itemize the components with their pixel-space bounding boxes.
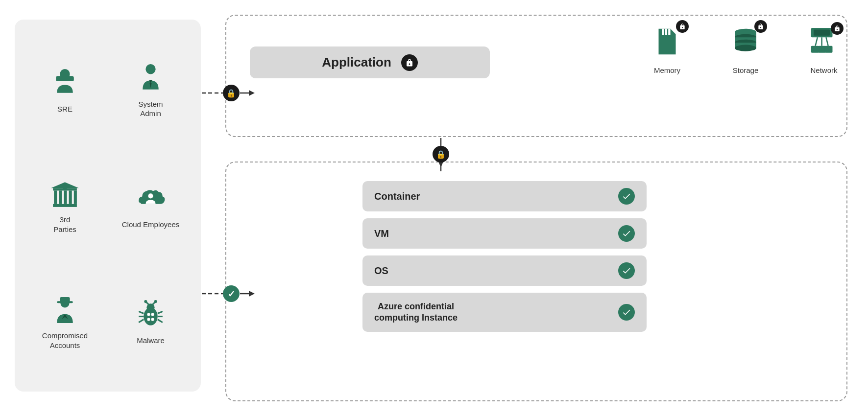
container-label: Container <box>374 191 420 202</box>
svg-line-26 <box>158 320 163 323</box>
container-check <box>618 188 635 205</box>
actors-panel: SRE SystemAdmin <box>15 20 201 392</box>
compromised-accounts-label: CompromisedAccounts <box>42 331 88 350</box>
system-admin-label: SystemAdmin <box>138 99 163 118</box>
svg-text:🔒: 🔒 <box>436 150 446 159</box>
resource-storage: Storage <box>726 22 765 74</box>
svg-line-43 <box>816 37 818 46</box>
svg-rect-32 <box>665 29 667 35</box>
svg-rect-2 <box>53 204 77 207</box>
resource-network: Network <box>804 22 844 74</box>
svg-rect-14 <box>60 297 70 302</box>
sre-icon <box>48 66 82 100</box>
os-row: OS <box>362 255 647 286</box>
os-label: OS <box>374 265 388 277</box>
svg-rect-33 <box>668 29 670 35</box>
svg-rect-8 <box>64 190 67 204</box>
third-parties-label: 3rdParties <box>53 215 76 234</box>
svg-point-28 <box>151 313 154 316</box>
sre-label: SRE <box>57 104 72 114</box>
memory-lock <box>676 20 689 33</box>
application-bar: Application <box>250 46 490 78</box>
vm-check <box>618 225 635 242</box>
container-row: Container <box>362 181 647 211</box>
actor-third-parties: 3rdParties <box>24 150 105 261</box>
infra-items: Container VM OS Azure confidentialcomput… <box>362 181 647 332</box>
svg-rect-46 <box>811 46 819 53</box>
azure-check <box>618 304 635 321</box>
cloud-employees-icon <box>134 182 168 216</box>
actor-cloud-employees: Cloud Employees <box>110 150 191 261</box>
svg-point-40 <box>735 45 756 51</box>
system-admin-icon <box>134 61 168 95</box>
spy-icon <box>48 293 82 327</box>
building-icon <box>48 177 82 211</box>
vm-row: VM <box>362 218 647 249</box>
application-label: Application <box>322 55 391 70</box>
bug-icon <box>134 298 168 332</box>
resource-memory: Memory <box>648 22 687 74</box>
svg-point-57 <box>433 146 449 162</box>
svg-point-20 <box>154 300 157 303</box>
svg-rect-9 <box>69 190 72 204</box>
svg-line-24 <box>158 312 163 314</box>
actor-sre: SRE <box>24 34 105 145</box>
memory-label: Memory <box>654 66 680 74</box>
svg-rect-42 <box>814 30 830 36</box>
svg-point-1 <box>145 64 155 74</box>
cloud-employees-label: Cloud Employees <box>122 220 180 230</box>
svg-rect-6 <box>54 190 57 204</box>
svg-rect-47 <box>818 46 826 53</box>
network-lock <box>831 22 844 35</box>
azure-label: Azure confidentialcomputing Instance <box>374 301 458 324</box>
os-check <box>618 262 635 279</box>
svg-point-11 <box>148 193 153 198</box>
actor-compromised-accounts: CompromisedAccounts <box>24 266 105 377</box>
svg-point-29 <box>147 318 150 321</box>
diagram-container: SRE SystemAdmin <box>0 0 868 417</box>
svg-rect-10 <box>74 190 77 204</box>
svg-point-18 <box>144 300 147 303</box>
malware-label: Malware <box>137 336 165 346</box>
svg-point-30 <box>151 318 154 321</box>
azure-row: Azure confidentialcomputing Instance <box>362 293 647 332</box>
resource-icons: Memory Storage <box>648 22 844 74</box>
svg-rect-7 <box>59 190 62 204</box>
svg-line-23 <box>139 320 144 323</box>
svg-marker-5 <box>51 182 79 188</box>
application-lock-badge <box>401 54 418 71</box>
svg-line-45 <box>826 37 828 46</box>
storage-label: Storage <box>733 66 759 74</box>
actor-malware: Malware <box>110 266 191 377</box>
vm-label: VM <box>374 228 389 239</box>
svg-rect-31 <box>662 29 664 35</box>
svg-point-27 <box>147 313 150 316</box>
network-label: Network <box>810 66 837 74</box>
storage-icon-wrap <box>726 22 765 61</box>
actor-system-admin: SystemAdmin <box>110 34 191 145</box>
memory-icon-wrap <box>648 22 687 61</box>
network-icon-wrap <box>804 22 844 61</box>
svg-rect-48 <box>825 46 833 53</box>
svg-line-21 <box>139 312 144 314</box>
storage-lock <box>754 20 767 33</box>
